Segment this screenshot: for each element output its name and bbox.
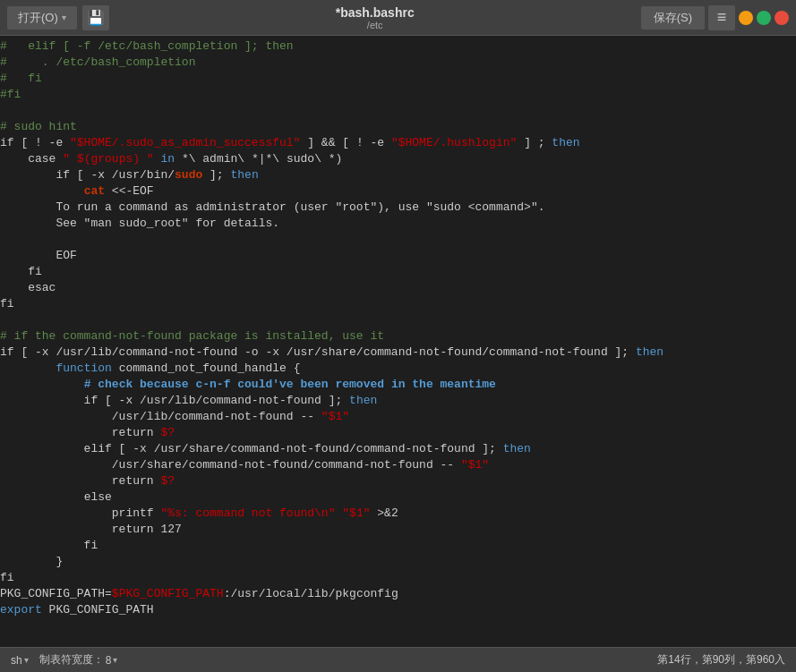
code-line: if [ -x /usr/bin/sudo ]; then [0, 168, 796, 184]
statusbar-right: 第14行，第90列，第960入 [657, 652, 785, 668]
save-icon-button[interactable]: 💾 [82, 5, 109, 30]
code-line [0, 233, 796, 249]
code-line: # check because c-n-f could've been remo… [0, 378, 796, 394]
code-line: cat <<-EOF [0, 184, 796, 200]
code-line: fi [0, 297, 796, 313]
code-line: elif [ -x /usr/share/command-not-found/c… [0, 442, 796, 458]
code-line: } [0, 555, 796, 571]
minimize-button[interactable] [739, 11, 753, 25]
code-line: /usr/share/command-not-found/command-not… [0, 458, 796, 474]
code-line: if [ -x /usr/lib/command-not-found ]; th… [0, 394, 796, 410]
code-line: # if the command-not-found package is in… [0, 329, 796, 345]
titlebar-right: 保存(S) ≡ [641, 5, 789, 30]
code-line: if [ -x /usr/lib/command-not-found -o -x… [0, 345, 796, 362]
filename: *bash.bashrc [336, 5, 415, 20]
code-line: case " $(groups) " in *\ admin\ *|*\ sud… [0, 152, 796, 168]
code-line: printf "%s: command not found\n" "$1" >&… [0, 506, 796, 523]
code-line: #fi [0, 88, 796, 104]
statusbar-left: sh ▾ 制表符宽度： 8 ▾ [11, 652, 117, 668]
titlebar-left: 打开(O) ▾ 💾 [7, 5, 109, 30]
code-line: fi [0, 539, 796, 555]
code-line: return $? [0, 474, 796, 490]
code-line [0, 104, 796, 120]
titlebar-center: *bash.bashrc /etc [336, 5, 415, 30]
maximize-button[interactable] [757, 11, 771, 25]
code-line: PKG_CONFIG_PATH=$PKG_CONFIG_PATH:/usr/lo… [0, 587, 796, 603]
open-label: 打开(O) [18, 10, 58, 26]
code-line: if [ ! -e "$HOME/.sudo_as_admin_successf… [0, 136, 796, 152]
tab-width-chevron-icon: ▾ [113, 655, 117, 665]
code-line: return $? [0, 426, 796, 442]
code-line: # fi [0, 72, 796, 88]
code-line: # sudo hint [0, 120, 796, 136]
tab-width-label: 制表符宽度： [39, 652, 104, 668]
code-line: See "man sudo_root" for details. [0, 217, 796, 233]
code-line [0, 313, 796, 329]
code-line: EOF [0, 249, 796, 265]
tab-width-selector[interactable]: 制表符宽度： 8 ▾ [39, 652, 118, 668]
code-line: /usr/lib/command-not-found -- "$1" [0, 410, 796, 426]
language-chevron-icon: ▾ [24, 655, 29, 665]
code-editor[interactable]: # elif [ -f /etc/bash_completion ]; then… [0, 36, 796, 647]
code-line: fi [0, 571, 796, 587]
tab-width-value: 8 [106, 654, 112, 667]
code-line: # elif [ -f /etc/bash_completion ]; then [0, 39, 796, 55]
statusbar: sh ▾ 制表符宽度： 8 ▾ 第14行，第90列，第960入 [0, 647, 796, 672]
code-line: esac [0, 281, 796, 297]
cursor-position: 第14行，第90列，第960入 [657, 652, 785, 668]
open-chevron-icon: ▾ [62, 13, 66, 22]
code-line: # . /etc/bash_completion [0, 55, 796, 72]
menu-button[interactable]: ≡ [708, 5, 735, 30]
code-line: else [0, 490, 796, 506]
filepath: /etc [336, 20, 415, 30]
close-button[interactable] [775, 11, 789, 25]
titlebar: 打开(O) ▾ 💾 *bash.bashrc /etc 保存(S) ≡ [0, 0, 796, 36]
code-line: To run a command as administrator (user … [0, 200, 796, 217]
open-button[interactable]: 打开(O) ▾ [7, 6, 77, 30]
code-line: fi [0, 265, 796, 281]
code-line: export PKG_CONFIG_PATH [0, 603, 796, 619]
language-selector[interactable]: sh ▾ [11, 654, 29, 667]
save-button[interactable]: 保存(S) [641, 6, 705, 30]
code-line: function command_not_found_handle { [0, 362, 796, 378]
language-label: sh [11, 654, 22, 667]
code-line: return 127 [0, 523, 796, 539]
